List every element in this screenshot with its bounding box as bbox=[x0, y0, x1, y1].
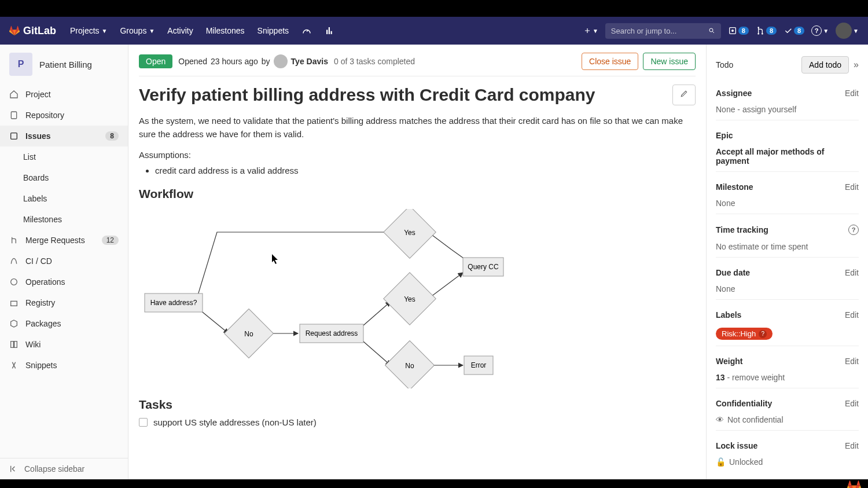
svg-point-5 bbox=[762, 33, 763, 35]
assignee-section: Assignee Edit None - assign yourself bbox=[716, 78, 859, 120]
nav-mr-badge[interactable]: 8 bbox=[756, 26, 777, 35]
task-checkbox[interactable] bbox=[139, 418, 148, 427]
time-value: No estimate or time spent bbox=[716, 242, 859, 251]
user-avatar bbox=[836, 23, 852, 39]
sidebar-packages[interactable]: Packages bbox=[0, 313, 128, 334]
svg-rect-9 bbox=[11, 301, 17, 306]
eye-icon: 👁 bbox=[716, 415, 724, 424]
sidebar-registry[interactable]: Registry bbox=[0, 292, 128, 313]
nav-help[interactable]: ? ▼ bbox=[811, 25, 829, 36]
task-label: support US style addresses (non-US later… bbox=[153, 417, 317, 427]
close-issue-button[interactable]: Close issue bbox=[582, 53, 638, 70]
svg-text:Request address: Request address bbox=[306, 329, 358, 337]
lock-value: 🔓Unlocked bbox=[716, 457, 859, 467]
nav-projects[interactable]: Projects▼ bbox=[64, 20, 113, 41]
sidebar-repository[interactable]: Repository bbox=[0, 105, 128, 126]
sidebar-wiki[interactable]: Wiki bbox=[0, 334, 128, 355]
assumption-item: credit card address is a valid address bbox=[155, 166, 696, 175]
cursor-icon bbox=[272, 254, 278, 264]
epic-section: Epic Accept all major methods of payment bbox=[716, 120, 859, 172]
label-risk-high[interactable]: Risk::High ? bbox=[716, 328, 773, 340]
due-value: None bbox=[716, 284, 859, 293]
status-badge: Open bbox=[139, 54, 172, 68]
edit-assignee[interactable]: Edit bbox=[845, 89, 859, 98]
workflow-heading: Workflow bbox=[139, 187, 696, 201]
svg-point-4 bbox=[757, 33, 759, 35]
nav-chart-icon[interactable] bbox=[319, 20, 341, 42]
sidebar-issues-list[interactable]: List bbox=[0, 146, 128, 167]
sidebar-project[interactable]: Project bbox=[0, 84, 128, 105]
edit-confidentiality[interactable]: Edit bbox=[845, 399, 859, 408]
repository-icon bbox=[9, 111, 19, 120]
nav-issues-badge[interactable]: 8 bbox=[728, 26, 749, 35]
wiki-icon bbox=[9, 340, 19, 349]
help-icon: ? bbox=[811, 25, 822, 36]
edit-milestone[interactable]: Edit bbox=[845, 182, 859, 192]
help-icon[interactable]: ? bbox=[848, 225, 859, 235]
nav-groups[interactable]: Groups▼ bbox=[114, 20, 160, 41]
expand-sidebar-icon[interactable]: » bbox=[854, 60, 859, 70]
top-nav: GitLab Projects▼ Groups▼ Activity Milest… bbox=[0, 17, 868, 45]
new-issue-button[interactable]: New issue bbox=[643, 53, 696, 70]
nav-snippets[interactable]: Snippets bbox=[252, 20, 295, 41]
sidebar-issues-boards[interactable]: Boards bbox=[0, 167, 128, 188]
assumptions-heading: Assumptions: bbox=[139, 150, 696, 160]
plus-dropdown[interactable]: ▼ bbox=[583, 27, 598, 35]
issues-icon bbox=[728, 26, 737, 35]
sidebar-issues-labels[interactable]: Labels bbox=[0, 188, 128, 209]
sidebar-merge-requests[interactable]: Merge Requests 12 bbox=[0, 230, 128, 251]
nav-milestones[interactable]: Milestones bbox=[200, 20, 251, 41]
plus-icon bbox=[583, 27, 591, 35]
confidentiality-section: Confidentiality Edit 👁Not confidential bbox=[716, 388, 859, 431]
edit-weight[interactable]: Edit bbox=[845, 357, 859, 366]
project-header[interactable]: P Patient Billing bbox=[0, 45, 128, 84]
labels-section: Labels Edit Risk::High ? bbox=[716, 300, 859, 346]
todo-icon bbox=[784, 26, 793, 35]
node-no-1: No bbox=[225, 309, 274, 358]
add-todo-button[interactable]: Add todo bbox=[801, 56, 849, 74]
registry-icon bbox=[9, 298, 19, 307]
search-icon bbox=[708, 27, 715, 35]
edit-labels[interactable]: Edit bbox=[845, 310, 859, 320]
sidebar-issues-milestones[interactable]: Milestones bbox=[0, 209, 128, 230]
issue-sidebar: Todo Add todo » Assignee Edit None - ass… bbox=[706, 45, 868, 479]
epic-value[interactable]: Accept all major methods of payment bbox=[716, 147, 859, 166]
nav-activity[interactable]: Activity bbox=[161, 20, 198, 41]
chevron-down-icon: ▼ bbox=[102, 28, 108, 34]
weight-value: 13 - remove weight bbox=[716, 373, 859, 382]
chevron-down-icon: ▼ bbox=[593, 28, 598, 34]
assignee-value[interactable]: None - assign yourself bbox=[716, 105, 859, 114]
svg-rect-7 bbox=[11, 133, 17, 140]
edit-lock[interactable]: Edit bbox=[845, 441, 859, 450]
collapse-sidebar[interactable]: Collapse sidebar bbox=[0, 458, 128, 479]
chevron-down-icon: ▼ bbox=[823, 28, 829, 34]
sidebar-cicd[interactable]: CI / CD bbox=[0, 251, 128, 271]
node-yes-2: Yes bbox=[384, 273, 436, 325]
workflow-diagram: Have address? Yes No Request address Yes bbox=[139, 209, 696, 391]
packages-icon bbox=[9, 319, 19, 328]
home-icon bbox=[9, 90, 19, 99]
nav-gauge-icon[interactable] bbox=[296, 20, 318, 42]
brand-text: GitLab bbox=[23, 25, 56, 37]
gitlab-logo[interactable]: GitLab bbox=[9, 25, 56, 37]
letterbox-top bbox=[0, 0, 868, 17]
search-input[interactable] bbox=[611, 27, 708, 35]
edit-due-date[interactable]: Edit bbox=[845, 268, 859, 277]
opened-info: Opened 23 hours ago by Tye Davis bbox=[178, 54, 328, 68]
author-name[interactable]: Tye Davis bbox=[291, 57, 328, 66]
node-request-address: Request address bbox=[300, 324, 363, 343]
task-progress: 0 of 3 tasks completed bbox=[334, 57, 415, 66]
nav-todos-badge[interactable]: 8 bbox=[784, 26, 804, 35]
merge-request-icon bbox=[9, 236, 19, 245]
svg-rect-6 bbox=[11, 112, 16, 119]
search-box[interactable] bbox=[605, 23, 721, 39]
author-avatar bbox=[274, 54, 288, 68]
sidebar-snippets[interactable]: Snippets bbox=[0, 355, 128, 376]
info-icon: ? bbox=[759, 330, 767, 338]
sidebar-operations[interactable]: Operations bbox=[0, 271, 128, 292]
sidebar-issues[interactable]: Issues 8 bbox=[0, 126, 128, 146]
nav-user-menu[interactable]: ▼ bbox=[836, 23, 859, 39]
svg-text:Query CC: Query CC bbox=[468, 263, 499, 271]
svg-text:No: No bbox=[405, 362, 414, 370]
edit-issue-button[interactable] bbox=[672, 85, 696, 105]
